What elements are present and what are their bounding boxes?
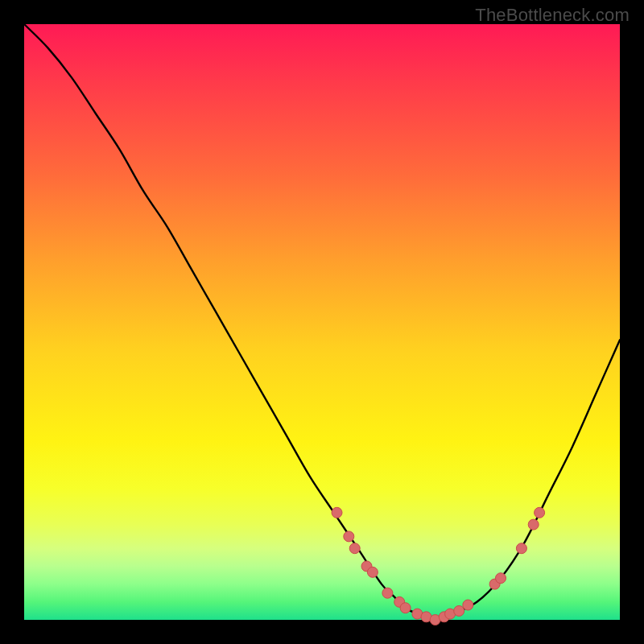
marker-dot: [535, 507, 545, 518]
curve-svg: [24, 24, 620, 620]
bottleneck-curve: [24, 24, 620, 621]
marker-dot: [516, 543, 526, 554]
watermark-text: TheBottleneck.com: [475, 5, 630, 26]
marker-dot: [528, 519, 539, 530]
marker-dot: [454, 605, 464, 616]
marker-dot: [382, 588, 393, 598]
curve-markers: [332, 507, 545, 625]
marker-dot: [463, 600, 473, 610]
marker-dot: [400, 603, 411, 613]
chart-frame: TheBottleneck.com: [0, 0, 644, 644]
marker-dot: [367, 567, 378, 577]
marker-dot: [349, 543, 360, 554]
marker-dot: [344, 531, 354, 542]
plot-area: [24, 24, 620, 620]
marker-dot: [496, 573, 506, 584]
marker-dot: [332, 507, 342, 518]
